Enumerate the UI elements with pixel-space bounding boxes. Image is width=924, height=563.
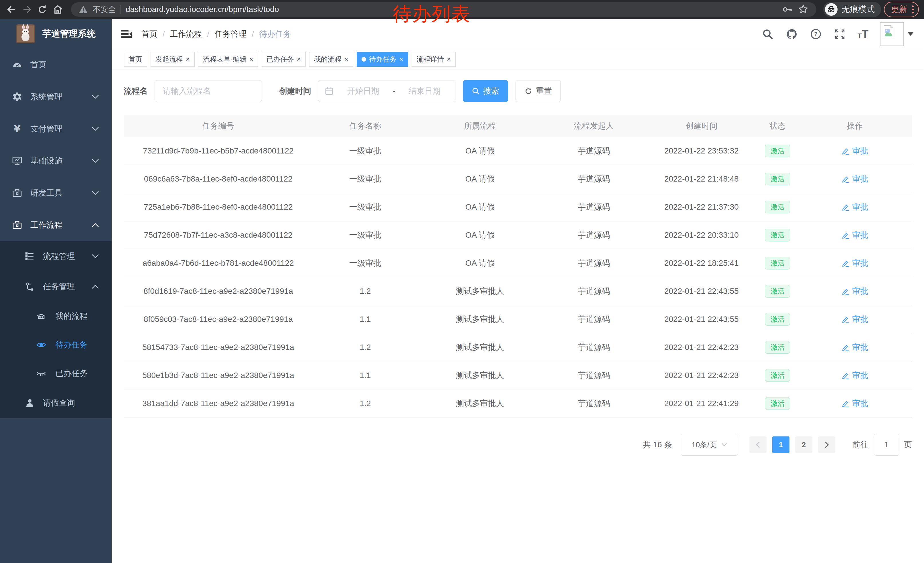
cell-id: 8f059c03-7ac8-11ec-a9e2-a2380e71991a xyxy=(124,305,313,333)
sidebar-item-基础设施[interactable]: 基础设施 xyxy=(0,145,112,177)
approve-link[interactable]: 审批 xyxy=(841,342,868,353)
forward-icon[interactable] xyxy=(21,3,33,16)
cell-created: 2022-01-21 22:43:55 xyxy=(645,305,758,333)
security-label[interactable]: 不安全 xyxy=(93,4,116,15)
close-icon[interactable]: × xyxy=(344,56,348,63)
breadcrumb-item[interactable]: 工作流程 xyxy=(170,29,202,39)
breadcrumb-item[interactable]: 首页 xyxy=(141,29,158,39)
approve-link[interactable]: 审批 xyxy=(841,146,868,156)
sidebar-item-支付管理[interactable]: ¥支付管理 xyxy=(0,113,112,145)
date-range-picker[interactable]: 开始日期 - 结束日期 xyxy=(318,80,455,102)
sidebar-item-首页[interactable]: 首页 xyxy=(0,49,112,81)
cell-created: 2022-01-22 23:53:32 xyxy=(645,137,758,165)
approve-label: 审批 xyxy=(852,342,868,353)
next-page-button[interactable] xyxy=(818,437,835,453)
process-name-input[interactable]: 请输入流程名 xyxy=(154,80,262,102)
sidebar-item-label: 基础设施 xyxy=(30,156,62,167)
tab-发起流程[interactable]: 发起流程× xyxy=(151,52,195,67)
annotation-text: 待办列表 xyxy=(393,1,471,27)
close-icon[interactable]: × xyxy=(186,56,190,63)
reload-icon[interactable] xyxy=(36,3,49,16)
approve-link[interactable]: 审批 xyxy=(841,314,868,325)
robot-icon xyxy=(36,311,47,321)
cell-name: 一级审批 xyxy=(313,221,418,249)
browser-update-button[interactable]: 更新 xyxy=(884,2,919,17)
sidebar-item-我的流程[interactable]: 我的流程 xyxy=(0,302,112,330)
page-size-value[interactable]: 10条/页 xyxy=(692,440,717,450)
page-button-2[interactable]: 2 xyxy=(795,437,812,453)
tab-首页[interactable]: 首页 xyxy=(124,52,147,67)
browser-menu-icon[interactable] xyxy=(912,6,914,14)
column-header-状态: 状态 xyxy=(758,115,798,137)
cell-starter: 芋道源码 xyxy=(542,333,645,362)
fullscreen-icon[interactable] xyxy=(834,28,846,41)
sidebar-item-系统管理[interactable]: 系统管理 xyxy=(0,81,112,113)
breadcrumb-separator: / xyxy=(252,30,254,39)
breadcrumb-separator: / xyxy=(207,30,210,39)
prev-page-button[interactable] xyxy=(749,437,766,453)
back-icon[interactable] xyxy=(5,3,18,16)
approve-link[interactable]: 审批 xyxy=(841,286,868,297)
avatar-dropdown-caret-icon[interactable] xyxy=(908,32,914,36)
goto-page-input[interactable]: 1 xyxy=(874,434,899,456)
sidebar-item-任务管理[interactable]: 任务管理 xyxy=(0,272,112,302)
close-icon[interactable]: × xyxy=(399,56,404,63)
svg-text:?: ? xyxy=(814,31,818,37)
approve-link[interactable]: 审批 xyxy=(841,370,868,381)
logo-row[interactable]: 芋道管理系统 xyxy=(0,19,112,49)
bookmark-star-icon[interactable] xyxy=(798,4,809,15)
end-date-placeholder[interactable]: 结束日期 xyxy=(400,86,449,96)
font-size-icon[interactable]: TT xyxy=(858,29,868,39)
sidebar-item-工作流程[interactable]: 工作流程 xyxy=(0,209,112,241)
tab-待办任务[interactable]: 待办任务× xyxy=(357,52,408,67)
search-icon[interactable] xyxy=(761,28,774,41)
table-row: 8f059c03-7ac8-11ec-a9e2-a2380e71991a1.1测… xyxy=(124,305,912,333)
github-icon[interactable] xyxy=(786,28,798,41)
approve-link[interactable]: 审批 xyxy=(841,174,868,185)
page-size-select[interactable]: 10条/页 xyxy=(681,434,738,456)
approve-label: 审批 xyxy=(852,370,868,381)
sidebar-item-已办任务[interactable]: 已办任务 xyxy=(0,359,112,388)
edit-icon xyxy=(841,259,850,267)
cell-status: 激活 xyxy=(758,193,798,221)
reset-button-label[interactable]: 重置 xyxy=(536,86,552,96)
tab-我的流程[interactable]: 我的流程× xyxy=(309,52,353,67)
approve-link[interactable]: 审批 xyxy=(841,230,868,240)
key-icon[interactable] xyxy=(782,4,793,15)
reset-button[interactable]: 重置 xyxy=(516,80,561,102)
status-badge: 激活 xyxy=(765,341,790,354)
sidebar-item-研发工具[interactable]: 研发工具 xyxy=(0,177,112,209)
search-button[interactable]: 搜索 xyxy=(463,80,508,102)
home-icon[interactable] xyxy=(51,3,64,16)
tab-label: 流程表单-编辑 xyxy=(203,55,246,64)
cell-process: OA 请假 xyxy=(418,165,542,193)
column-header-任务编号: 任务编号 xyxy=(124,115,313,137)
approve-link[interactable]: 审批 xyxy=(841,398,868,409)
sidebar-collapse-icon[interactable] xyxy=(120,28,133,41)
sidebar-item-流程管理[interactable]: 流程管理 xyxy=(0,241,112,272)
close-icon[interactable]: × xyxy=(447,56,451,63)
user-avatar[interactable] xyxy=(880,22,904,46)
approve-link[interactable]: 审批 xyxy=(841,201,868,213)
breadcrumb-item[interactable]: 任务管理 xyxy=(214,29,247,39)
cell-starter: 芋道源码 xyxy=(542,165,645,193)
tab-已办任务[interactable]: 已办任务× xyxy=(262,52,306,67)
goto-label: 前往 xyxy=(852,439,868,450)
help-icon[interactable]: ? xyxy=(810,28,822,41)
approve-label: 审批 xyxy=(852,258,868,269)
page-button-1[interactable]: 1 xyxy=(772,437,789,453)
search-button-label[interactable]: 搜索 xyxy=(483,86,499,96)
tab-label: 已办任务 xyxy=(267,55,294,64)
approve-link[interactable]: 审批 xyxy=(841,258,868,269)
sidebar-item-请假查询[interactable]: 请假查询 xyxy=(0,388,112,418)
cell-created: 2022-01-22 20:33:10 xyxy=(645,221,758,249)
sidebar-item-待办任务[interactable]: 待办任务 xyxy=(0,330,112,359)
start-date-placeholder[interactable]: 开始日期 xyxy=(339,86,387,96)
tab-流程详情[interactable]: 流程详情× xyxy=(412,52,456,67)
close-icon[interactable]: × xyxy=(297,56,301,63)
tab-流程表单-编辑[interactable]: 流程表单-编辑× xyxy=(198,52,258,67)
close-icon[interactable]: × xyxy=(249,56,254,63)
page-buttons: 12 xyxy=(772,437,818,453)
update-label[interactable]: 更新 xyxy=(891,4,908,15)
chevron-down-icon xyxy=(92,159,99,163)
